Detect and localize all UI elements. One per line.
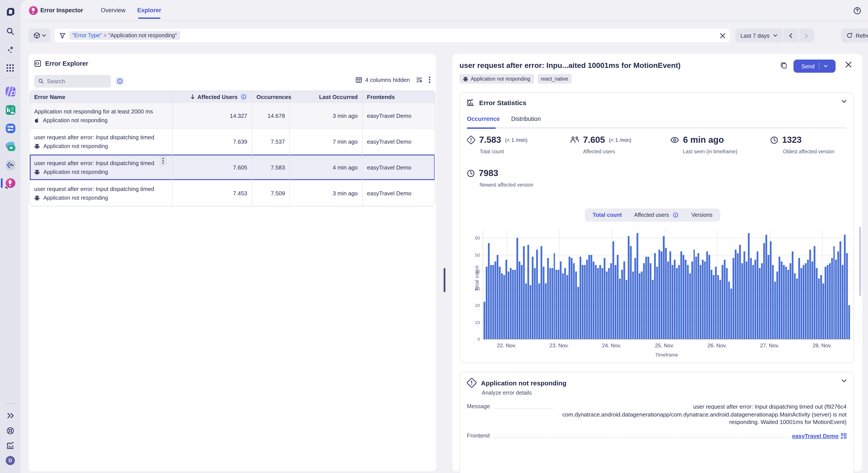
bar[interactable] [774, 281, 776, 339]
bar[interactable] [671, 265, 673, 339]
table-row[interactable]: user request after error: Input dispatch… [30, 154, 435, 180]
bar[interactable] [842, 265, 844, 339]
bar[interactable] [484, 302, 485, 339]
affected-users-info-icon[interactable] [240, 93, 247, 100]
bar[interactable] [648, 257, 649, 339]
live-debugger-app-icon[interactable] [0, 159, 21, 172]
bar[interactable] [652, 280, 654, 339]
expand-rail-icon[interactable] [0, 409, 21, 422]
dashboards-app-icon[interactable] [0, 103, 21, 116]
bar[interactable] [805, 263, 806, 339]
bar[interactable] [560, 262, 562, 339]
bar[interactable] [667, 262, 669, 339]
bar[interactable] [717, 275, 719, 339]
bar[interactable] [682, 255, 684, 339]
bar[interactable] [637, 233, 638, 339]
bar[interactable] [750, 258, 752, 339]
tab-overview[interactable]: Overview [101, 7, 126, 13]
bar[interactable] [733, 258, 734, 339]
app-grid-icon[interactable] [0, 61, 21, 74]
bar[interactable] [488, 243, 490, 339]
bar[interactable] [549, 268, 551, 339]
bar[interactable] [794, 273, 796, 339]
bar[interactable] [807, 260, 809, 339]
bar[interactable] [501, 273, 503, 339]
workflows-app-icon[interactable] [0, 122, 21, 135]
tab-occurrence[interactable]: Occurrence [467, 115, 500, 127]
bar[interactable] [554, 253, 555, 339]
bar[interactable] [827, 265, 828, 339]
bar[interactable] [759, 268, 761, 339]
bar[interactable] [844, 235, 846, 339]
scope-selector-button[interactable] [29, 29, 51, 42]
bar[interactable] [608, 268, 610, 339]
bar[interactable] [779, 257, 780, 339]
bar[interactable] [724, 260, 726, 339]
bar[interactable] [757, 251, 758, 339]
bar[interactable] [650, 263, 651, 339]
toggle-versions[interactable]: Versions [686, 210, 718, 220]
bar[interactable] [754, 260, 756, 339]
bar[interactable] [800, 268, 802, 339]
bar[interactable] [787, 270, 789, 339]
bar[interactable] [676, 268, 678, 339]
bar[interactable] [833, 246, 835, 339]
bar[interactable] [521, 265, 522, 339]
collapse-error-details-icon[interactable] [842, 379, 846, 382]
bar[interactable] [722, 265, 723, 339]
bar[interactable] [802, 265, 804, 339]
close-detail-icon[interactable] [845, 61, 852, 68]
bar[interactable] [606, 272, 608, 339]
bar[interactable] [595, 265, 597, 339]
panel-resize-handle[interactable] [441, 54, 448, 471]
timeframe-forward-button[interactable] [799, 29, 814, 42]
bar[interactable] [741, 263, 743, 339]
bar[interactable] [768, 255, 769, 339]
bar[interactable] [610, 263, 612, 339]
bar[interactable] [492, 265, 494, 339]
bar[interactable] [687, 265, 688, 339]
bar[interactable] [632, 272, 634, 339]
bar[interactable] [656, 267, 658, 339]
bar[interactable] [590, 255, 592, 339]
bar[interactable] [781, 262, 782, 339]
bar[interactable] [772, 265, 774, 339]
bar[interactable] [720, 280, 721, 339]
bar[interactable] [818, 278, 819, 339]
search-icon[interactable] [0, 25, 21, 38]
occurrence-bar-chart[interactable]: Total count Timeframe 010203040506022. N… [483, 230, 850, 339]
bar[interactable] [571, 258, 573, 339]
bar[interactable] [562, 273, 564, 339]
bar[interactable] [744, 251, 745, 339]
search-info-icon[interactable] [116, 77, 124, 85]
bar[interactable] [776, 272, 778, 339]
bar[interactable] [512, 270, 514, 339]
collapse-statistics-icon[interactable] [842, 100, 846, 103]
bar[interactable] [626, 280, 627, 339]
bar[interactable] [685, 260, 686, 339]
tab-distribution[interactable]: Distribution [511, 115, 541, 127]
bar[interactable] [748, 233, 750, 339]
col-affected-users[interactable]: Affected Users [173, 91, 252, 102]
bar[interactable] [792, 251, 794, 339]
bar[interactable] [529, 285, 531, 339]
bar[interactable] [654, 253, 656, 339]
bar[interactable] [822, 283, 824, 339]
usage-chart-icon[interactable] [0, 439, 21, 452]
bar[interactable] [497, 255, 498, 339]
bar[interactable] [811, 262, 813, 339]
bar[interactable] [669, 251, 671, 339]
bar[interactable] [816, 268, 817, 339]
bar[interactable] [770, 241, 772, 339]
bar[interactable] [486, 267, 488, 339]
clear-filter-icon[interactable] [720, 33, 725, 38]
bar[interactable] [495, 262, 496, 339]
bar[interactable] [766, 235, 767, 339]
bar[interactable] [715, 267, 717, 339]
bar[interactable] [589, 255, 590, 339]
bar[interactable] [761, 263, 763, 339]
bar[interactable] [820, 275, 822, 339]
bar[interactable] [540, 246, 542, 339]
bar[interactable] [551, 268, 553, 339]
table-row[interactable]: user request after error: Input dispatch… [30, 128, 435, 154]
